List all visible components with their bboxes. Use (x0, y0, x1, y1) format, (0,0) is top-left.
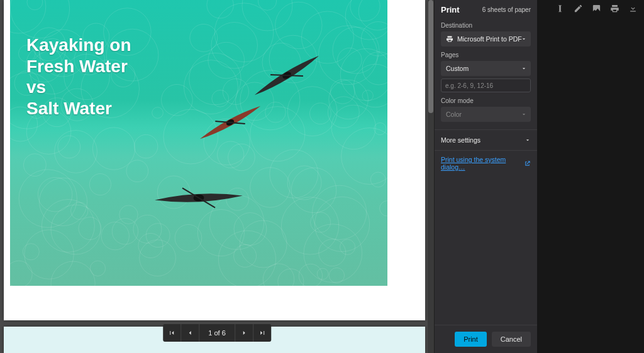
pagination-toolbar: 1 of 6 (163, 324, 271, 342)
last-page-button[interactable] (253, 324, 271, 342)
more-settings-toggle[interactable]: More settings (435, 129, 537, 151)
text-cursor-icon[interactable] (555, 4, 565, 13)
pages-dropdown[interactable]: Custom (441, 61, 531, 76)
first-page-icon (168, 329, 175, 337)
pages-label: Pages (441, 52, 531, 58)
print-panel-header: Print 6 sheets of paper (435, 0, 537, 21)
destination-label: Destination (441, 22, 531, 29)
print-panel: Print 6 sheets of paper Destination Micr… (434, 0, 537, 353)
page-indicator: 1 of 6 (199, 324, 235, 342)
title-line: vs (26, 77, 131, 98)
last-page-icon (258, 329, 266, 337)
printer-icon (446, 35, 453, 43)
paper-count-label: 6 sheets of paper (482, 6, 531, 13)
print-preview-area: Kayaking on Fresh Water vs Salt Water 1 … (0, 0, 434, 353)
chevron-down-icon (521, 65, 527, 72)
prev-page-button[interactable] (181, 324, 199, 342)
preview-scrollbar[interactable] (428, 0, 434, 353)
destination-dropdown[interactable]: Microsoft Print to PDF (441, 31, 531, 46)
more-settings-label: More settings (441, 136, 480, 144)
pencil-icon[interactable] (574, 4, 583, 13)
image-icon[interactable] (592, 4, 601, 13)
hero-image: Kayaking on Fresh Water vs Salt Water (10, 0, 387, 286)
preview-scroll[interactable]: Kayaking on Fresh Water vs Salt Water (0, 0, 434, 353)
print-panel-footer: Print Cancel (435, 325, 537, 353)
first-page-button[interactable] (163, 324, 180, 342)
preview-page-1: Kayaking on Fresh Water vs Salt Water (4, 0, 425, 320)
color-section: Color mode Color (435, 96, 537, 126)
external-link-icon (524, 160, 531, 167)
viewer-right-strip (537, 0, 644, 353)
destination-section: Destination Microsoft Print to PDF (435, 21, 537, 50)
print-button[interactable]: Print (455, 332, 487, 347)
print-panel-title: Print (441, 5, 460, 14)
printer-icon[interactable] (610, 4, 619, 13)
title-line: Salt Water (26, 98, 131, 119)
pages-range-input[interactable] (441, 79, 531, 92)
chevron-down-icon (521, 111, 527, 117)
next-page-button[interactable] (235, 324, 253, 342)
document-title: Kayaking on Fresh Water vs Salt Water (26, 35, 131, 119)
next-page-icon (240, 329, 248, 337)
app-root: Kayaking on Fresh Water vs Salt Water 1 … (0, 0, 644, 353)
color-value: Color (446, 111, 462, 118)
cancel-button[interactable]: Cancel (492, 332, 531, 347)
pages-value: Custom (446, 65, 469, 72)
pages-section: Pages Custom (435, 50, 537, 96)
color-label: Color mode (441, 97, 531, 104)
system-dialog-link[interactable]: Print using the system dialog… (441, 156, 524, 171)
prev-page-icon (186, 329, 194, 337)
chevron-down-icon (521, 36, 527, 42)
preview-scrollbar-thumb[interactable] (428, 0, 433, 113)
system-dialog-row: Print using the system dialog… (435, 151, 537, 176)
title-line: Kayaking on (26, 35, 131, 56)
color-dropdown[interactable]: Color (441, 107, 531, 122)
destination-value: Microsoft Print to PDF (457, 35, 522, 43)
viewer-toolbar (555, 4, 638, 13)
title-line: Fresh Water (26, 56, 131, 77)
download-icon[interactable] (628, 4, 638, 13)
chevron-down-icon (525, 137, 531, 143)
